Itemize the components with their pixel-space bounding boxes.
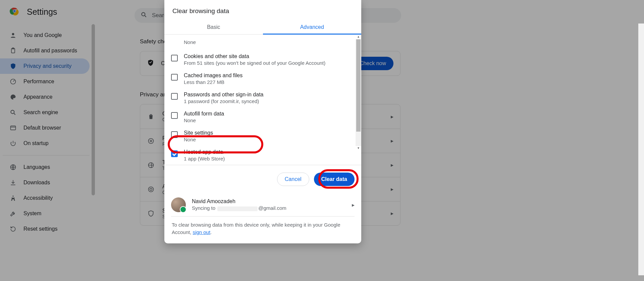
account-name: Navid Amoozadeh bbox=[192, 198, 286, 204]
options-scrollbar[interactable]: ▴ ▾ bbox=[356, 35, 361, 151]
sign-out-link[interactable]: sign out bbox=[193, 229, 211, 235]
avatar bbox=[171, 197, 186, 212]
clear-data-button[interactable]: Clear data bbox=[314, 173, 355, 186]
option-hosted-app-data[interactable]: Hosted app data1 app (Web Store) bbox=[164, 146, 361, 165]
chevron-right-icon: ▸ bbox=[352, 202, 355, 208]
tab-advanced[interactable]: Advanced bbox=[263, 21, 362, 34]
option-sub: None bbox=[184, 39, 196, 45]
account-sync-status: Syncing to @gmail.com bbox=[192, 205, 286, 211]
checkbox[interactable] bbox=[171, 55, 178, 61]
dialog-footnote: To clear browsing data from this device … bbox=[164, 217, 361, 243]
sync-prefix: Syncing to bbox=[192, 205, 215, 211]
account-row[interactable]: Navid Amoozadeh Syncing to @gmail.com ▸ bbox=[164, 193, 361, 212]
note-suffix: . bbox=[210, 229, 212, 235]
dialog-options: None Cookies and other site dataFrom 51 … bbox=[164, 35, 361, 165]
option-site-settings[interactable]: Site settingsNone bbox=[164, 127, 361, 146]
scroll-up-icon[interactable]: ▴ bbox=[358, 35, 359, 39]
clear-browsing-data-dialog: Clear browsing data Basic Advanced None … bbox=[164, 0, 361, 243]
option-sub: 1 password (for zoomit.ir, synced) bbox=[184, 98, 263, 104]
email-suffix: @gmail.com bbox=[258, 205, 286, 211]
option-sub: None bbox=[184, 137, 213, 142]
tab-basic[interactable]: Basic bbox=[164, 21, 263, 34]
option-title: Site settings bbox=[184, 130, 213, 136]
option-sub: Less than 227 MB bbox=[184, 79, 243, 85]
checkbox[interactable] bbox=[171, 74, 178, 81]
checkbox-checked[interactable] bbox=[171, 150, 178, 157]
option-passwords[interactable]: Passwords and other sign-in data1 passwo… bbox=[164, 88, 361, 107]
cancel-button[interactable]: Cancel bbox=[277, 173, 309, 186]
checkbox[interactable] bbox=[171, 93, 178, 100]
option-title: Hosted app data bbox=[184, 149, 225, 155]
redacted-email bbox=[217, 206, 258, 211]
option-sub: 1 app (Web Store) bbox=[184, 156, 225, 161]
scroll-down-icon[interactable]: ▾ bbox=[358, 146, 359, 151]
checkbox[interactable] bbox=[171, 112, 178, 119]
dialog-tabs: Basic Advanced bbox=[164, 21, 361, 35]
option-sub: From 51 sites (you won't be signed out o… bbox=[184, 60, 325, 66]
dialog-actions: Cancel Clear data bbox=[164, 165, 361, 193]
dialog-title: Clear browsing data bbox=[164, 0, 361, 21]
option-title: Cookies and other site data bbox=[184, 53, 325, 59]
option-title: Passwords and other sign-in data bbox=[184, 92, 263, 98]
option-title: Autofill form data bbox=[184, 111, 224, 117]
checkbox[interactable] bbox=[171, 131, 178, 138]
option-sub: None bbox=[184, 118, 224, 123]
option-row[interactable]: None bbox=[164, 36, 361, 50]
option-title: Cached images and files bbox=[184, 73, 243, 79]
page-scrollbar[interactable] bbox=[638, 24, 644, 275]
option-cookies[interactable]: Cookies and other site dataFrom 51 sites… bbox=[164, 50, 361, 69]
option-autofill[interactable]: Autofill form dataNone bbox=[164, 107, 361, 127]
option-cache[interactable]: Cached images and filesLess than 227 MB bbox=[164, 69, 361, 88]
